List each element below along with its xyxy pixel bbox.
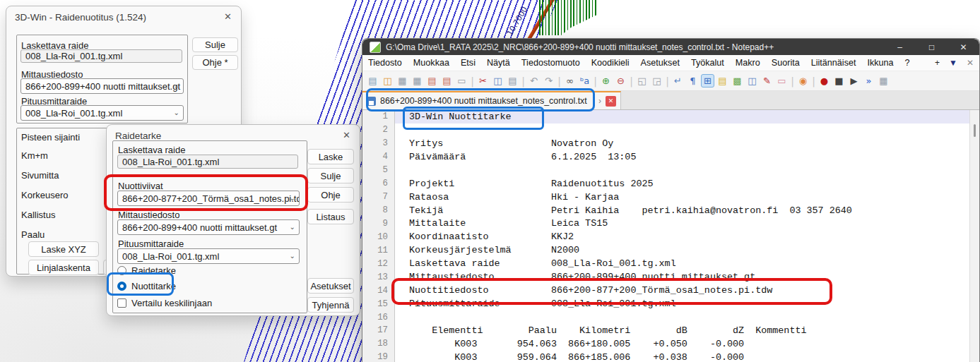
nuottitarke-radio-label: Nuottitarke (131, 281, 176, 291)
doc-map-icon[interactable]: ◫ (745, 74, 759, 88)
pituusmittaraide-combo[interactable]: 008_Lla-Roi_001.tg.xml ⌄ (20, 105, 184, 121)
close-doc-x-icon[interactable]: ✕ (967, 58, 974, 68)
scrollbar-thumb[interactable] (974, 124, 976, 137)
close-button[interactable]: ✕ (947, 39, 979, 55)
mittaustiedosto-combo[interactable]: 866+200-899+400 nuotti mittaukset.gt ⌄ (117, 219, 300, 235)
find-icon[interactable]: ∞ (563, 74, 577, 88)
line-number: 13 (362, 270, 395, 284)
menu-item[interactable]: Koodikieli (586, 58, 635, 68)
save-macro-icon[interactable]: ▦ (877, 74, 890, 88)
laske-xyz-button[interactable]: Laske XYZ (28, 241, 99, 257)
menu-item[interactable]: Muokkaa (408, 58, 455, 68)
tab-close-icon[interactable]: ✕ (606, 96, 616, 107)
mittaustiedosto-value: 866+200-899+400 nuotti mittaukset.gt (25, 81, 180, 92)
menu-item[interactable]: ? (899, 58, 916, 68)
doc-list-dropdown-icon[interactable]: ▼ (949, 58, 957, 68)
tab-list-chevron-icon[interactable]: › (598, 96, 601, 106)
pituusmittaraide-value: 008_Lla-Roi_001.tg.xml (122, 251, 219, 262)
menu-item[interactable]: Näytä (481, 58, 516, 68)
open-folder-icon[interactable]: ◫ (381, 74, 394, 88)
asetukset-button[interactable]: Asetukset (307, 278, 354, 294)
mittaustiedosto-combo[interactable]: 866+200-899+400 nuotti mittaukset.gt ⌄ (20, 78, 184, 94)
laske-button[interactable]: Laske (307, 149, 354, 164)
chevron-down-icon: ⌄ (290, 223, 295, 231)
indent-guide-icon[interactable]: ⊞ (701, 74, 714, 88)
new-file-icon[interactable]: ▤ (366, 74, 379, 88)
menu-item[interactable]: Tiedosto (362, 58, 408, 68)
cad-hatch-green (539, 0, 597, 35)
toolbar-separator[interactable]: | (470, 74, 475, 88)
new-doc-plus-icon[interactable]: + (935, 58, 940, 68)
stop-macro-icon[interactable]: ■ (832, 74, 846, 88)
undo-icon[interactable]: ↶ (527, 74, 541, 88)
close-doc-icon[interactable]: ▤ (425, 74, 439, 88)
record-macro-icon[interactable]: ● (817, 74, 831, 88)
doc-switcher-icon[interactable]: ▤ (716, 74, 729, 88)
toolbar-separator[interactable]: | (790, 74, 795, 88)
project-panel-icon[interactable]: ▩ (731, 74, 744, 88)
minimize-button[interactable]: – (884, 39, 916, 55)
monitoring-icon[interactable]: ◉ (796, 74, 810, 88)
close-icon[interactable]: ✕ (224, 11, 232, 22)
show-symbols-icon[interactable]: ¶ (686, 74, 699, 88)
ohje-button[interactable]: Ohje * (192, 55, 238, 70)
menu-item[interactable]: Liitännäiset (805, 58, 862, 68)
cut-icon[interactable]: ✂ (476, 74, 490, 88)
nuottitarke-radio[interactable]: Nuottitarke (117, 281, 176, 291)
chevron-down-icon: ⌄ (174, 109, 179, 116)
restore-default-zoom-icon[interactable]: ◱ (635, 74, 649, 88)
pituusmittaraide-combo[interactable]: 008_Lla-Roi_001.tg.xml ⌄ (117, 248, 300, 264)
toolbar-separator[interactable]: | (593, 74, 598, 88)
linjalaskenta-button[interactable]: Linjalaskenta (28, 260, 99, 275)
ohje-button[interactable]: Ohje (307, 187, 354, 203)
menu-item[interactable]: Tiedostomuoto (516, 58, 586, 68)
vertical-scrollbar[interactable] (969, 110, 979, 362)
toolbar-separator[interactable]: | (665, 74, 670, 88)
close-icon[interactable]: ✕ (343, 130, 350, 140)
toolbar-separator[interactable]: | (811, 74, 816, 88)
redo-icon[interactable]: ↷ (542, 74, 555, 88)
menu-item[interactable]: Suorita (766, 58, 805, 68)
toolbar-separator[interactable]: | (557, 74, 562, 88)
notepadpp-app-icon (370, 42, 381, 53)
save-all-icon[interactable]: ▦ (411, 74, 424, 88)
nuottiviivat-combo[interactable]: 866+200-877+200_Törmä_osa1_notes.pi.tdw … (117, 191, 300, 206)
sulje-button[interactable]: Sulje (192, 37, 238, 52)
toolbar-separator[interactable]: | (629, 74, 634, 88)
word-wrap-icon[interactable]: ↵ (671, 74, 685, 88)
raidetarke-radio[interactable]: Raidetarke (117, 265, 176, 276)
line-text: Mittaustiedosto 866+200-899+400 nuotti m… (395, 272, 969, 282)
tab-notes-control[interactable]: 866+200-899+400 nuotti mittaukset_notes_… (362, 91, 621, 109)
zoom-out-icon[interactable]: ⊖ (614, 74, 627, 88)
menu-item[interactable]: Asetukset (635, 58, 685, 68)
menu-item[interactable]: Etsi (455, 58, 481, 68)
copy-icon[interactable]: ◫ (491, 74, 504, 88)
tyhjenna-button[interactable]: Tyhjennä (307, 297, 354, 313)
editor-line: 10 Koordinaatisto KKJ2 (362, 230, 969, 243)
menu-item[interactable]: Ikkuna (861, 58, 899, 68)
radio-dot-selected (117, 282, 126, 291)
paste-icon[interactable]: ▤ (506, 74, 519, 88)
play-macro-icon[interactable]: ▶ (847, 74, 861, 88)
run-macro-multiple-icon[interactable]: » (862, 74, 875, 88)
close-all-icon[interactable]: ▤ (440, 74, 454, 88)
zoom-in-icon[interactable]: ⊕ (599, 74, 613, 88)
line-text: Laskettava raide 008_Lla-Roi_001.tg.xml (395, 258, 969, 269)
editor-line: 17 Elementti Paalu Kilometri dB dZ Komme… (362, 324, 969, 337)
toolbar-separator[interactable]: | (521, 74, 526, 88)
editor-area[interactable]: 1 3D-Win Nuottitarke 2 3 Yritys Novatron… (362, 110, 979, 362)
titlebar[interactable]: G:\Oma Drive\1_RATA 2025\2_NRC\866+200-8… (362, 39, 979, 55)
sulje-button[interactable]: Sulje (307, 168, 354, 183)
print-icon[interactable]: ▭ (455, 74, 468, 88)
menu-item[interactable]: Makro (730, 58, 766, 68)
menu-item[interactable]: Työkalut (685, 58, 730, 68)
function-list-icon[interactable]: ✎ (760, 74, 774, 88)
maximize-button[interactable]: □ (916, 39, 947, 55)
vertailu-checkbox[interactable]: Vertailu keskilinjaan (117, 298, 212, 308)
save-icon[interactable]: ▦ (396, 74, 409, 88)
listaus-button[interactable]: Listaus (307, 209, 354, 224)
folder-as-workspace-icon[interactable]: ▭ (775, 74, 789, 88)
replace-icon[interactable]: ᵇa (578, 74, 591, 88)
editor-line: 15 Pituusmittaraide 008_Lla-Roi_001.tg.x… (362, 297, 969, 310)
restore-recent-icon[interactable]: ◲ (650, 74, 663, 88)
